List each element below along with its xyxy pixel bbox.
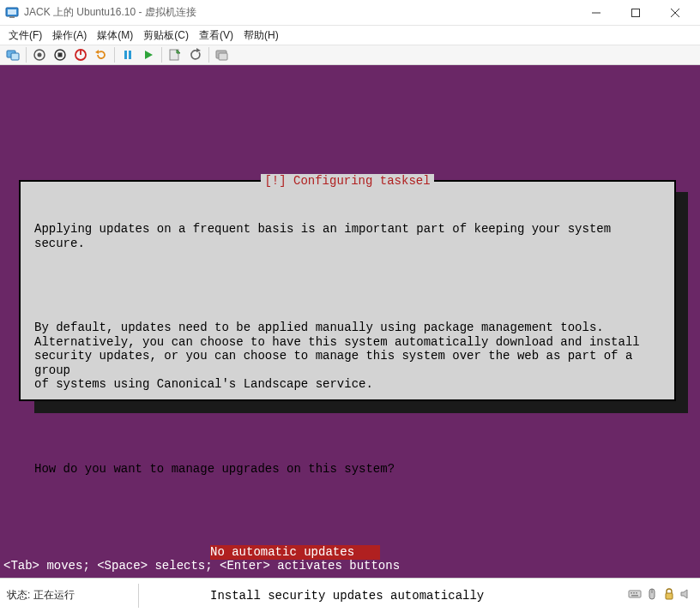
window-title: JACK 上的 Ubuntu16.10 - 虚拟机连接 — [24, 5, 576, 20]
svg-rect-2 — [9, 16, 15, 18]
connect-icon[interactable] — [5, 47, 21, 63]
menu-clipboard[interactable]: 剪贴板(C) — [143, 28, 189, 43]
restart-icon[interactable] — [94, 47, 109, 63]
svg-rect-17 — [129, 51, 131, 59]
svg-rect-8 — [11, 53, 19, 60]
menu-bar: 文件(F) 操作(A) 媒体(M) 剪贴板(C) 查看(V) 帮助(H) — [0, 26, 700, 45]
pause-icon[interactable] — [120, 47, 136, 63]
enhanced-icon[interactable] — [214, 47, 230, 63]
sound-off-icon — [679, 587, 693, 603]
svg-marker-18 — [145, 51, 153, 59]
terminal-area: [!] Configuring tasksel Applying updates… — [0, 65, 700, 578]
menu-media[interactable]: 媒体(M) — [97, 28, 133, 43]
app-icon — [5, 6, 19, 20]
toolbar — [0, 45, 700, 65]
stop-icon[interactable] — [52, 47, 68, 63]
menu-action[interactable]: 操作(A) — [52, 28, 87, 43]
svg-marker-21 — [196, 48, 201, 52]
window-buttons — [576, 0, 695, 26]
option-install-security-updates[interactable]: Install security updates automatically — [210, 589, 484, 603]
dialog-title: [!] Configuring tasksel — [261, 174, 433, 188]
close-button[interactable] — [655, 0, 695, 26]
minimize-button[interactable] — [576, 0, 616, 26]
svg-rect-1 — [8, 9, 16, 15]
svg-marker-15 — [95, 50, 99, 54]
svg-rect-12 — [58, 53, 63, 57]
shutdown-icon[interactable] — [73, 47, 88, 63]
play-icon[interactable] — [141, 47, 156, 63]
tasksel-dialog: [!] Configuring tasksel Applying updates… — [19, 180, 676, 401]
menu-file[interactable]: 文件(F) — [9, 28, 42, 43]
hint-line: <Tab> moves; <Space> selects; <Enter> ac… — [3, 559, 400, 573]
separator — [208, 47, 209, 63]
separator — [161, 47, 162, 63]
revert-icon[interactable] — [188, 47, 203, 63]
svg-rect-4 — [632, 9, 640, 16]
dialog-para1: Applying updates on a frequent basis is … — [34, 222, 661, 250]
svg-rect-23 — [219, 53, 227, 60]
dialog-title-wrap: [!] Configuring tasksel — [21, 174, 674, 188]
dialog-body: Applying updates on a frequent basis is … — [21, 182, 674, 612]
record-off-icon[interactable] — [32, 47, 47, 63]
option-no-auto-updates[interactable]: No automatic updates — [210, 545, 380, 560]
menu-view[interactable]: 查看(V) — [199, 28, 233, 43]
title-bar: JACK 上的 Ubuntu16.10 - 虚拟机连接 — [0, 0, 700, 26]
separator — [114, 47, 115, 63]
maximize-button[interactable] — [616, 0, 655, 26]
dialog-question: How do you want to manage upgrades on th… — [34, 462, 661, 477]
snapshot-icon[interactable] — [167, 47, 183, 63]
svg-point-10 — [38, 53, 42, 57]
separator — [26, 47, 27, 63]
svg-marker-32 — [681, 590, 687, 598]
dialog-para2: By default, updates need to be applied m… — [34, 321, 661, 392]
svg-rect-16 — [124, 51, 127, 59]
menu-help[interactable]: 帮助(H) — [244, 28, 279, 43]
